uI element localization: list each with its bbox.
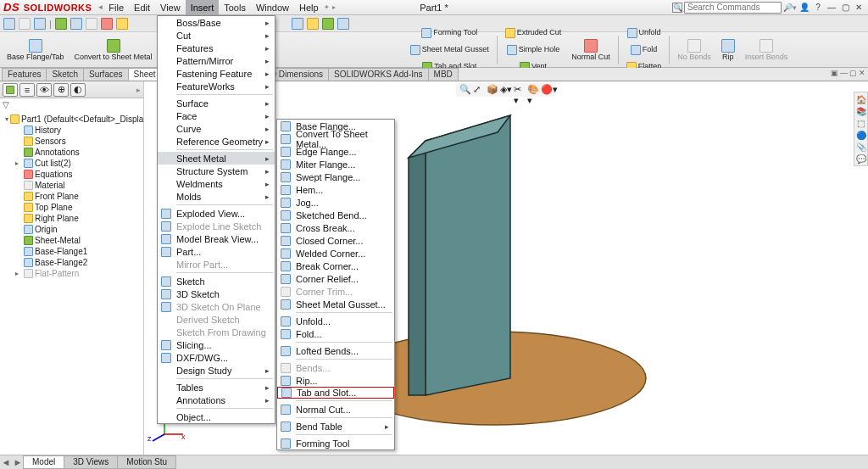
tab-surfaces[interactable]: Surfaces [83, 68, 128, 81]
user-icon[interactable]: 👤 [798, 2, 810, 14]
print-icon[interactable] [55, 18, 67, 30]
menu-help[interactable]: Help [294, 0, 324, 15]
tree-item[interactable]: Cut list(2) [35, 158, 71, 169]
tree-item[interactable]: Sheet-Metal [35, 235, 81, 246]
insert-item[interactable]: Cut [158, 29, 275, 42]
sheetmetal-item[interactable]: Rip... [277, 374, 394, 387]
insert-item[interactable]: Molds [158, 190, 275, 203]
insert-item[interactable]: Object... [158, 410, 275, 423]
sheetmetal-item[interactable]: Fold... [277, 327, 394, 340]
menu-file[interactable]: File [103, 0, 129, 15]
insert-item[interactable]: Tables [158, 381, 275, 394]
tab-mbd[interactable]: MBD [428, 68, 459, 81]
insert-item[interactable]: Structure System [158, 165, 275, 177]
new-icon[interactable] [3, 18, 15, 30]
maximize-icon[interactable]: ▢ [839, 2, 851, 14]
sheetmetal-item[interactable]: Edge Flange... [277, 145, 394, 158]
minimize-icon[interactable]: — [826, 2, 837, 14]
bottom-tab-3dviews[interactable]: 3D Views [64, 455, 118, 469]
prop-icon[interactable]: ⬚ [855, 117, 866, 129]
open-icon[interactable] [19, 18, 31, 30]
insert-item[interactable]: DXF/DWG... [158, 351, 275, 364]
insert-item[interactable]: Part... [158, 245, 275, 258]
insert-item[interactable]: Slicing... [158, 338, 275, 351]
insert-item[interactable]: Exploded View... [158, 207, 275, 220]
insert-item[interactable]: FeatureWorks [158, 80, 275, 92]
qa-icon[interactable] [292, 18, 303, 30]
zoom-fit-icon[interactable]: 🔍 [459, 84, 471, 96]
feature-tree[interactable]: ▾Part1 (Default<<Default>_Display Sta Hi… [0, 111, 143, 282]
sub-min-icon[interactable]: — [840, 69, 848, 77]
tree-tab-eye[interactable]: 👁 [36, 83, 52, 97]
no-bends-button[interactable]: No Bends [672, 33, 716, 67]
tree-item[interactable]: Top Plane [35, 202, 72, 213]
undo-icon[interactable] [70, 18, 82, 30]
insert-menu[interactable]: Boss/BaseCutFeaturesPattern/MirrorFasten… [157, 15, 275, 424]
tree-item[interactable]: Equations [35, 169, 72, 180]
insert-item[interactable]: Features [158, 42, 275, 54]
sub-max-icon[interactable]: ▢ [849, 69, 857, 77]
insert-item[interactable]: Boss/Base [158, 16, 275, 29]
clip-icon[interactable]: 📎 [855, 141, 866, 153]
tree-item[interactable]: Material [35, 180, 65, 191]
normal-cut-button[interactable]: Normal Cut [566, 33, 615, 67]
insert-item[interactable]: Sketch [158, 275, 275, 288]
sheetmetal-item[interactable]: Unfold... [277, 315, 394, 327]
base-flange-button[interactable]: Base Flange/Tab [2, 33, 70, 67]
redo-icon[interactable] [86, 18, 97, 30]
sheetmetal-item[interactable]: Cross Break... [277, 221, 394, 234]
menu-tools[interactable]: Tools [219, 0, 251, 15]
gusset-button[interactable]: Sheet Metal Gusset [405, 42, 494, 59]
sheetmetal-item[interactable]: Sheet Metal Gusset... [277, 298, 394, 310]
sheetmetal-item[interactable]: Jog... [277, 196, 394, 209]
tree-item[interactable]: Annotations [35, 147, 80, 158]
bottom-tab-motion[interactable]: Motion Stu [117, 455, 176, 469]
fold-button[interactable]: Fold [621, 42, 667, 59]
tree-root[interactable]: Part1 (Default<<Default>_Display Sta [21, 114, 143, 125]
sheetmetal-item[interactable]: Lofted Bends... [277, 344, 394, 357]
save-icon[interactable] [34, 18, 46, 30]
rip-button[interactable]: Rip [716, 33, 740, 67]
tree-item[interactable]: Right Plane [35, 213, 79, 224]
appear-icon[interactable]: 🔵 [855, 129, 866, 141]
tree-item[interactable]: History [35, 125, 61, 136]
simple-hole-button[interactable]: Simple Hole [500, 42, 567, 59]
insert-item[interactable]: Fastening Feature [158, 67, 275, 80]
sheetmetal-item[interactable]: Swept Flange... [277, 170, 394, 183]
tree-item[interactable]: Base-Flange1 [35, 246, 87, 257]
insert-item[interactable]: Curve [158, 122, 275, 135]
sheetmetal-item[interactable]: Tab and Slot... [277, 387, 394, 399]
sheetmetal-item[interactable]: Bend Table [277, 420, 394, 433]
lib-icon[interactable]: 📚 [855, 105, 866, 117]
tree-item[interactable]: Front Plane [35, 191, 79, 202]
tree-item[interactable]: Origin [35, 224, 58, 235]
insert-item[interactable]: Model Break View... [158, 232, 275, 245]
tree-tab-dim[interactable]: ⊕ [53, 83, 69, 97]
scene-icon[interactable]: 🎨▾ [527, 84, 539, 96]
sheetmetal-item[interactable]: Convert To Sheet Metal... [277, 132, 394, 145]
sheetmetal-item[interactable]: Break Corner... [277, 260, 394, 272]
forming-tool-button[interactable]: Forming Tool [405, 25, 494, 42]
insert-item[interactable]: Reference Geometry [158, 135, 275, 148]
section-icon[interactable]: ✂▾ [514, 84, 526, 96]
appearance-icon[interactable]: 🔴▾ [541, 84, 553, 96]
sheetmetal-item[interactable]: Closed Corner... [277, 234, 394, 247]
insert-item[interactable]: Design Study [158, 364, 275, 377]
menu-view[interactable]: View [155, 0, 186, 15]
insert-item[interactable]: Sheet Metal [158, 152, 275, 165]
search-input[interactable] [684, 2, 782, 14]
menu-edit[interactable]: Edit [129, 0, 155, 15]
tree-collapse-icon[interactable]: ▸ [136, 86, 141, 94]
tree-tab-display[interactable]: ◐ [70, 83, 86, 97]
menu-window[interactable]: Window [251, 0, 294, 15]
sheetmetal-item[interactable]: Corner Relief... [277, 272, 394, 285]
sheet-metal-submenu[interactable]: Base Flange...Convert To Sheet Metal...E… [276, 119, 395, 450]
rebuild-icon[interactable] [101, 18, 113, 30]
tree-item[interactable]: Base-Flange2 [35, 257, 87, 268]
close-icon[interactable]: ✕ [853, 2, 865, 14]
forum-icon[interactable]: 💬 [855, 153, 866, 165]
insert-bends-button[interactable]: Insert Bends [740, 33, 793, 67]
tree-tab-config[interactable]: ≡ [19, 83, 35, 97]
sheetmetal-item[interactable]: Sketched Bend... [277, 209, 394, 221]
insert-item[interactable]: Face [158, 109, 275, 122]
